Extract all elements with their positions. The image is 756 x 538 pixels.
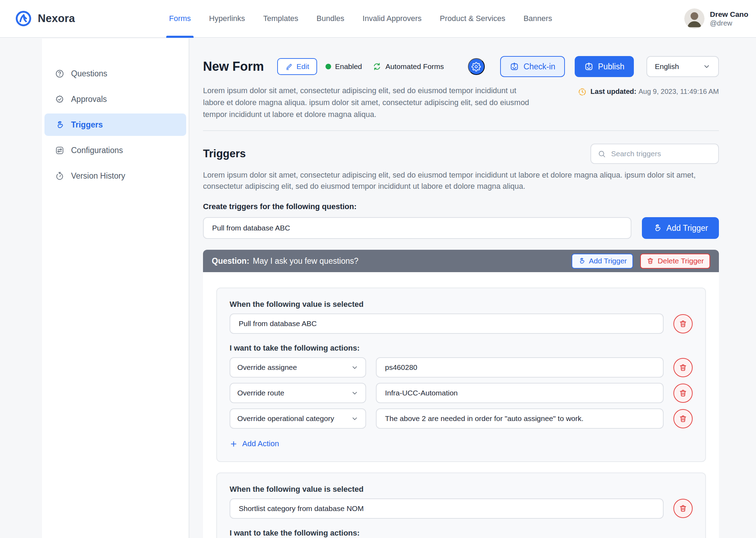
edit-button-label: Edit bbox=[296, 62, 309, 71]
top-navbar: Nexora Forms Hyperlinks Templates Bundle… bbox=[0, 0, 756, 38]
language-value: English bbox=[655, 62, 679, 71]
automated-forms: Automated Forms bbox=[372, 62, 444, 71]
user-menu[interactable]: Drew Cano @drew bbox=[684, 0, 748, 37]
hand-tap-icon bbox=[578, 257, 586, 265]
action-value-input[interactable] bbox=[376, 357, 664, 378]
add-trigger-button[interactable]: Add Trigger bbox=[642, 217, 719, 239]
user-handle: @drew bbox=[710, 19, 748, 28]
search-icon bbox=[597, 150, 606, 158]
check-in-label: Check-in bbox=[524, 62, 555, 71]
trash-icon bbox=[679, 389, 687, 398]
search-triggers-input[interactable] bbox=[611, 150, 712, 158]
settings-button[interactable] bbox=[468, 58, 485, 75]
brand: Nexora bbox=[15, 0, 75, 37]
form-description: Lorem ipsum dolor sit amet, consectetur … bbox=[203, 85, 536, 120]
sidebar-item-label: Questions bbox=[71, 69, 107, 78]
delete-action-button[interactable] bbox=[673, 358, 693, 377]
actions-label: I want to take the following actions: bbox=[230, 344, 693, 353]
trigger-card: When the following value is selected bbox=[216, 473, 706, 538]
triggers-description: Lorem ipsum dolor sit amet, consectetur … bbox=[203, 170, 719, 192]
sidebar-item-approvals[interactable]: Approvals bbox=[44, 88, 186, 110]
main-nav: Forms Hyperlinks Templates Bundles Inval… bbox=[169, 0, 552, 37]
create-triggers-label: Create triggers for the following questi… bbox=[203, 202, 719, 211]
trigger-question-input[interactable] bbox=[203, 217, 631, 239]
hand-tap-icon bbox=[55, 120, 64, 130]
action-type-select[interactable]: Override route bbox=[230, 383, 366, 403]
last-updated: Last updated:Aug 9, 2023, 11:49:16 AM bbox=[578, 85, 719, 120]
action-type-select[interactable]: Override operational category bbox=[230, 408, 366, 429]
question-text: May I ask you few questions? bbox=[253, 256, 358, 266]
add-trigger-label: Add Trigger bbox=[666, 223, 708, 233]
chevron-down-icon bbox=[351, 389, 358, 397]
last-updated-label: Last updated: bbox=[590, 88, 636, 95]
badge-check-icon bbox=[55, 95, 64, 104]
delete-value-button[interactable] bbox=[673, 314, 693, 333]
nav-item-bundles[interactable]: Bundles bbox=[316, 0, 344, 37]
trash-icon bbox=[679, 319, 687, 328]
chevron-down-icon bbox=[351, 364, 358, 371]
sidebar-item-version-history[interactable]: Version History bbox=[44, 165, 186, 187]
gear-icon bbox=[471, 62, 481, 71]
question-circle-icon bbox=[55, 69, 64, 78]
nav-item-product-services[interactable]: Product & Services bbox=[440, 0, 505, 37]
nexora-logo-icon bbox=[15, 10, 32, 27]
add-action-button[interactable]: Add Action bbox=[230, 439, 279, 448]
nav-item-forms[interactable]: Forms bbox=[169, 0, 191, 37]
delete-value-button[interactable] bbox=[673, 499, 693, 518]
sidebar-item-label: Triggers bbox=[71, 120, 103, 130]
action-type-value: Override operational category bbox=[237, 414, 334, 423]
actions-label: I want to take the following actions: bbox=[230, 529, 693, 538]
publish-button[interactable]: Publish bbox=[575, 56, 634, 77]
delete-action-button[interactable] bbox=[673, 384, 693, 403]
clock-icon bbox=[578, 88, 587, 96]
panel-delete-trigger-label: Delete Trigger bbox=[658, 257, 704, 265]
language-select[interactable]: English bbox=[646, 56, 719, 77]
sidebar-item-questions[interactable]: Questions bbox=[44, 62, 186, 85]
question-panel-body: When the following value is selected bbox=[203, 272, 719, 538]
last-updated-value: Aug 9, 2023, 11:49:16 AM bbox=[638, 88, 719, 95]
chevron-down-icon bbox=[703, 63, 710, 70]
nav-item-templates[interactable]: Templates bbox=[263, 0, 298, 37]
trigger-card: When the following value is selected bbox=[216, 288, 706, 462]
divider bbox=[203, 130, 719, 131]
question-panel-header: Question: May I ask you few questions? A… bbox=[203, 250, 719, 272]
nav-item-invalid-approvers[interactable]: Invalid Approvers bbox=[363, 0, 422, 37]
action-type-select[interactable]: Override assignee bbox=[230, 357, 366, 378]
value-selected-label: When the following value is selected bbox=[230, 300, 693, 309]
timer-icon bbox=[55, 171, 64, 181]
action-value-input[interactable] bbox=[376, 383, 664, 403]
hand-tap-icon bbox=[653, 223, 662, 233]
edit-button[interactable]: Edit bbox=[277, 58, 317, 75]
trash-icon bbox=[646, 257, 654, 265]
check-in-button[interactable]: Check-in bbox=[500, 56, 565, 77]
trigger-value-input[interactable] bbox=[230, 498, 664, 519]
sidebar-item-triggers[interactable]: Triggers bbox=[44, 113, 186, 136]
nav-item-hyperlinks[interactable]: Hyperlinks bbox=[209, 0, 245, 37]
trash-icon bbox=[679, 504, 687, 513]
user-name: Drew Cano bbox=[710, 9, 748, 19]
avatar bbox=[684, 8, 705, 29]
action-value-input[interactable] bbox=[376, 408, 664, 429]
add-action-label: Add Action bbox=[242, 439, 279, 448]
panel-add-trigger-label: Add Trigger bbox=[589, 257, 627, 265]
triggers-heading: Triggers bbox=[203, 147, 246, 160]
value-selected-label: When the following value is selected bbox=[230, 485, 693, 494]
sidebar-item-label: Version History bbox=[71, 171, 125, 181]
sidebar-item-configurations[interactable]: Configurations bbox=[44, 139, 186, 161]
sliders-icon bbox=[55, 146, 64, 155]
action-type-value: Override assignee bbox=[237, 363, 297, 372]
search-triggers-box bbox=[590, 144, 719, 164]
automated-forms-label: Automated Forms bbox=[385, 62, 444, 71]
brand-name: Nexora bbox=[38, 12, 75, 25]
nav-item-banners[interactable]: Banners bbox=[524, 0, 552, 37]
page-title: New Form bbox=[203, 59, 264, 74]
sidebar-item-label: Approvals bbox=[71, 95, 107, 104]
status-dot-icon bbox=[326, 64, 331, 69]
trigger-value-input[interactable] bbox=[230, 313, 664, 334]
tray-arrow-up-icon bbox=[584, 62, 594, 71]
chevron-down-icon bbox=[351, 415, 358, 422]
publish-label: Publish bbox=[598, 62, 624, 71]
panel-add-trigger-button[interactable]: Add Trigger bbox=[572, 254, 634, 269]
delete-action-button[interactable] bbox=[673, 409, 693, 428]
panel-delete-trigger-button[interactable]: Delete Trigger bbox=[640, 254, 710, 269]
